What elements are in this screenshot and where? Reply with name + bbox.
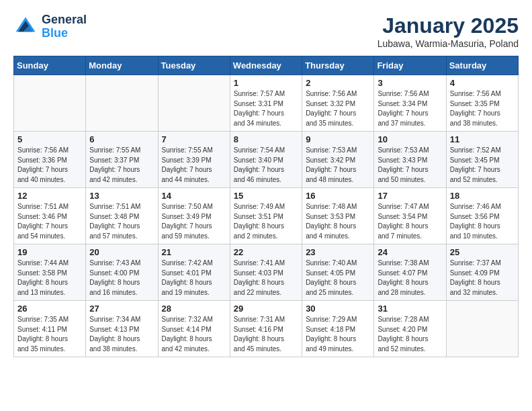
day-detail: Sunrise: 7:53 AM Sunset: 3:42 PM Dayligh…	[306, 146, 370, 185]
calendar-day-cell: 27Sunrise: 7:34 AM Sunset: 4:13 PM Dayli…	[86, 301, 158, 357]
calendar-day-cell: 3Sunrise: 7:56 AM Sunset: 3:34 PM Daylig…	[374, 75, 446, 132]
calendar-day-cell	[158, 75, 230, 132]
page-header: General Blue January 2025 Lubawa, Warmia…	[13, 13, 519, 49]
day-number: 3	[378, 78, 442, 88]
calendar-day-cell: 6Sunrise: 7:55 AM Sunset: 3:37 PM Daylig…	[86, 132, 158, 188]
calendar-week-row: 5Sunrise: 7:56 AM Sunset: 3:36 PM Daylig…	[14, 132, 519, 188]
day-number: 7	[162, 134, 226, 144]
calendar-day-cell: 2Sunrise: 7:56 AM Sunset: 3:32 PM Daylig…	[302, 75, 374, 132]
day-number: 10	[378, 134, 442, 144]
day-number: 13	[89, 191, 154, 201]
calendar-week-row: 1Sunrise: 7:57 AM Sunset: 3:31 PM Daylig…	[14, 75, 519, 132]
day-detail: Sunrise: 7:28 AM Sunset: 4:20 PM Dayligh…	[378, 315, 442, 354]
calendar-day-cell: 15Sunrise: 7:49 AM Sunset: 3:51 PM Dayli…	[230, 188, 302, 244]
day-number: 8	[234, 134, 298, 144]
day-number: 22	[234, 247, 298, 257]
day-detail: Sunrise: 7:55 AM Sunset: 3:37 PM Dayligh…	[89, 146, 154, 185]
logo-line2: Blue	[42, 27, 87, 40]
day-detail: Sunrise: 7:54 AM Sunset: 3:40 PM Dayligh…	[234, 146, 298, 185]
day-number: 29	[234, 304, 298, 314]
logo-icon	[13, 15, 38, 39]
calendar-day-cell: 1Sunrise: 7:57 AM Sunset: 3:31 PM Daylig…	[230, 75, 302, 132]
calendar-day-cell: 5Sunrise: 7:56 AM Sunset: 3:36 PM Daylig…	[14, 132, 86, 188]
day-number: 27	[89, 304, 154, 314]
day-number: 21	[162, 247, 226, 257]
day-number: 12	[17, 191, 82, 201]
calendar-day-cell: 28Sunrise: 7:32 AM Sunset: 4:14 PM Dayli…	[158, 301, 230, 357]
calendar-day-cell	[86, 75, 158, 132]
calendar-day-cell: 10Sunrise: 7:53 AM Sunset: 3:43 PM Dayli…	[374, 132, 446, 188]
title-block: January 2025 Lubawa, Warmia-Masuria, Pol…	[378, 13, 519, 49]
day-number: 26	[17, 304, 82, 314]
day-number: 18	[450, 191, 515, 201]
calendar-day-cell: 9Sunrise: 7:53 AM Sunset: 3:42 PM Daylig…	[302, 132, 374, 188]
day-number: 30	[306, 304, 370, 314]
day-number: 11	[450, 134, 515, 144]
weekday-header-cell: Sunday	[14, 56, 86, 75]
day-number: 15	[234, 191, 298, 201]
day-number: 24	[378, 247, 442, 257]
calendar-day-cell: 12Sunrise: 7:51 AM Sunset: 3:46 PM Dayli…	[14, 188, 86, 244]
calendar-day-cell: 8Sunrise: 7:54 AM Sunset: 3:40 PM Daylig…	[230, 132, 302, 188]
day-detail: Sunrise: 7:48 AM Sunset: 3:53 PM Dayligh…	[306, 202, 370, 241]
day-number: 9	[306, 134, 370, 144]
day-number: 28	[162, 304, 226, 314]
calendar-day-cell: 20Sunrise: 7:43 AM Sunset: 4:00 PM Dayli…	[86, 244, 158, 301]
day-detail: Sunrise: 7:37 AM Sunset: 4:09 PM Dayligh…	[450, 259, 515, 298]
day-detail: Sunrise: 7:51 AM Sunset: 3:46 PM Dayligh…	[17, 202, 82, 241]
day-number: 16	[306, 191, 370, 201]
day-detail: Sunrise: 7:29 AM Sunset: 4:18 PM Dayligh…	[306, 315, 370, 354]
calendar-day-cell: 17Sunrise: 7:47 AM Sunset: 3:54 PM Dayli…	[374, 188, 446, 244]
calendar-day-cell: 7Sunrise: 7:55 AM Sunset: 3:39 PM Daylig…	[158, 132, 230, 188]
calendar-day-cell: 22Sunrise: 7:41 AM Sunset: 4:03 PM Dayli…	[230, 244, 302, 301]
calendar-day-cell: 14Sunrise: 7:50 AM Sunset: 3:49 PM Dayli…	[158, 188, 230, 244]
day-number: 25	[450, 247, 515, 257]
calendar-day-cell	[14, 75, 86, 132]
day-detail: Sunrise: 7:34 AM Sunset: 4:13 PM Dayligh…	[89, 315, 154, 354]
day-detail: Sunrise: 7:50 AM Sunset: 3:49 PM Dayligh…	[162, 202, 226, 241]
calendar-day-cell	[446, 301, 518, 357]
day-number: 17	[378, 191, 442, 201]
day-number: 5	[17, 134, 82, 144]
weekday-header-cell: Wednesday	[230, 56, 302, 75]
logo-line1: General	[42, 13, 87, 27]
day-number: 19	[17, 247, 82, 257]
day-detail: Sunrise: 7:35 AM Sunset: 4:11 PM Dayligh…	[17, 315, 82, 354]
day-detail: Sunrise: 7:43 AM Sunset: 4:00 PM Dayligh…	[89, 259, 154, 298]
day-detail: Sunrise: 7:53 AM Sunset: 3:43 PM Dayligh…	[378, 146, 442, 185]
day-detail: Sunrise: 7:52 AM Sunset: 3:45 PM Dayligh…	[450, 146, 515, 185]
day-detail: Sunrise: 7:38 AM Sunset: 4:07 PM Dayligh…	[378, 259, 442, 298]
calendar-day-cell: 25Sunrise: 7:37 AM Sunset: 4:09 PM Dayli…	[446, 244, 518, 301]
day-detail: Sunrise: 7:49 AM Sunset: 3:51 PM Dayligh…	[234, 202, 298, 241]
calendar-day-cell: 24Sunrise: 7:38 AM Sunset: 4:07 PM Dayli…	[374, 244, 446, 301]
location-subtitle: Lubawa, Warmia-Masuria, Poland	[378, 38, 519, 49]
calendar-day-cell: 13Sunrise: 7:51 AM Sunset: 3:48 PM Dayli…	[86, 188, 158, 244]
calendar-day-cell: 19Sunrise: 7:44 AM Sunset: 3:58 PM Dayli…	[14, 244, 86, 301]
day-detail: Sunrise: 7:56 AM Sunset: 3:34 PM Dayligh…	[378, 89, 442, 128]
day-number: 20	[89, 247, 154, 257]
calendar-day-cell: 23Sunrise: 7:40 AM Sunset: 4:05 PM Dayli…	[302, 244, 374, 301]
weekday-header-cell: Friday	[374, 56, 446, 75]
day-detail: Sunrise: 7:56 AM Sunset: 3:35 PM Dayligh…	[450, 89, 515, 128]
day-detail: Sunrise: 7:44 AM Sunset: 3:58 PM Dayligh…	[17, 259, 82, 298]
logo-text: General Blue	[42, 13, 87, 40]
weekday-header-cell: Saturday	[446, 56, 518, 75]
day-detail: Sunrise: 7:41 AM Sunset: 4:03 PM Dayligh…	[234, 259, 298, 298]
weekday-header-cell: Monday	[86, 56, 158, 75]
calendar-day-cell: 11Sunrise: 7:52 AM Sunset: 3:45 PM Dayli…	[446, 132, 518, 188]
day-number: 1	[234, 78, 298, 88]
calendar-day-cell: 26Sunrise: 7:35 AM Sunset: 4:11 PM Dayli…	[14, 301, 86, 357]
day-detail: Sunrise: 7:56 AM Sunset: 3:36 PM Dayligh…	[17, 146, 82, 185]
day-number: 14	[162, 191, 226, 201]
day-detail: Sunrise: 7:47 AM Sunset: 3:54 PM Dayligh…	[378, 202, 442, 241]
day-number: 31	[378, 304, 442, 314]
day-detail: Sunrise: 7:57 AM Sunset: 3:31 PM Dayligh…	[234, 89, 298, 128]
calendar-week-row: 19Sunrise: 7:44 AM Sunset: 3:58 PM Dayli…	[14, 244, 519, 301]
day-number: 23	[306, 247, 370, 257]
calendar-day-cell: 18Sunrise: 7:46 AM Sunset: 3:56 PM Dayli…	[446, 188, 518, 244]
day-detail: Sunrise: 7:42 AM Sunset: 4:01 PM Dayligh…	[162, 259, 226, 298]
calendar-table: SundayMondayTuesdayWednesdayThursdayFrid…	[13, 56, 519, 357]
calendar-day-cell: 4Sunrise: 7:56 AM Sunset: 3:35 PM Daylig…	[446, 75, 518, 132]
day-detail: Sunrise: 7:56 AM Sunset: 3:32 PM Dayligh…	[306, 89, 370, 128]
calendar-body: 1Sunrise: 7:57 AM Sunset: 3:31 PM Daylig…	[14, 75, 519, 357]
